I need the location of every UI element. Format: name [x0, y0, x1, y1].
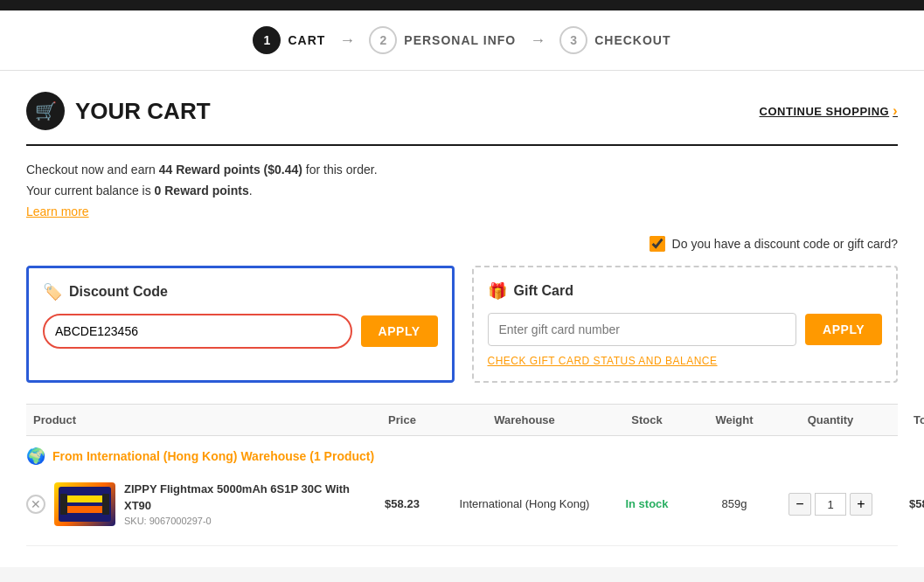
step-2-circle: 2	[369, 26, 397, 54]
product-stock: In stock	[603, 497, 691, 510]
reward-info: Checkout now and earn 44 Reward points (…	[26, 160, 898, 222]
gift-card-title-label: Gift Card	[514, 283, 573, 299]
arrow-1: →	[339, 31, 355, 50]
step-2[interactable]: 2 PERSONAL INFO	[369, 26, 516, 54]
reward-suffix: for this order.	[302, 163, 378, 177]
step-2-label: PERSONAL INFO	[404, 33, 516, 47]
discount-gift-toggle: Do you have a discount code or gift card…	[26, 236, 898, 252]
product-info: ✕ ZIPPY Flightmax 5000mAh 6S1P 30C With …	[26, 482, 358, 525]
steps-header: 1 CART → 2 PERSONAL INFO → 3 CHECKOUT	[0, 10, 924, 71]
step-3-label: CHECKOUT	[594, 33, 670, 47]
discount-title-label: Discount Code	[69, 284, 168, 300]
cart-table-header: Product Price Warehouse Stock Weight Qua…	[26, 404, 898, 436]
reward-prefix: Checkout now and earn	[26, 163, 159, 177]
product-name: ZIPPY Flightmax 5000mAh 6S1P 30C With XT…	[124, 482, 358, 513]
discount-gift-label[interactable]: Do you have a discount code or gift card…	[672, 237, 898, 251]
discount-input-row: APPLY	[43, 314, 438, 349]
step-1-circle: 1	[253, 26, 281, 54]
svg-rect-3	[60, 494, 67, 515]
col-stock: Stock	[603, 413, 691, 426]
gift-card-panel-title: 🎁 Gift Card	[488, 281, 883, 301]
svg-rect-4	[102, 494, 109, 515]
step-3[interactable]: 3 CHECKOUT	[559, 26, 670, 54]
col-product: Product	[26, 413, 358, 426]
globe-icon: 🌍	[26, 447, 45, 466]
col-total: Total	[883, 413, 924, 426]
main-content: 🛒 YOUR CART CONTINUE SHOPPING › Checkout…	[0, 71, 924, 567]
step-3-circle: 3	[559, 26, 587, 54]
remove-product-button[interactable]: ✕	[26, 495, 45, 514]
product-cell: ✕ ZIPPY Flightmax 5000mAh 6S1P 30C With …	[26, 482, 358, 525]
gift-card-panel: 🎁 Gift Card APPLY CHECK GIFT CARD STATUS…	[472, 266, 899, 383]
warehouse-group: 🌍 From International (Hong Kong) Warehou…	[26, 436, 898, 545]
product-warehouse: International (Hong Kong)	[446, 497, 603, 510]
cart-header: 🛒 YOUR CART CONTINUE SHOPPING ›	[26, 92, 898, 130]
gift-icon: 🎁	[488, 281, 507, 301]
step-1[interactable]: 1 CART	[253, 26, 325, 54]
product-details: ZIPPY Flightmax 5000mAh 6S1P 30C With XT…	[124, 482, 358, 525]
cart-title: 🛒 YOUR CART	[26, 92, 211, 130]
warehouse-title: 🌍 From International (Hong Kong) Warehou…	[26, 447, 898, 466]
product-quantity-cell: − 1 +	[778, 493, 883, 516]
product-sku: SKU: 9067000297-0	[124, 516, 358, 526]
discount-apply-button[interactable]: APPLY	[361, 315, 438, 347]
col-weight: Weight	[691, 413, 778, 426]
svg-rect-2	[63, 506, 107, 513]
gift-card-input[interactable]	[488, 313, 797, 346]
learn-more-link[interactable]: Learn more	[26, 204, 89, 218]
product-total: $58.23	[883, 497, 924, 510]
divider	[26, 144, 898, 146]
chevron-right-icon: ›	[893, 103, 898, 119]
discount-icon: 🏷️	[43, 282, 62, 301]
product-price: $58.23	[358, 497, 446, 510]
continue-shopping-link[interactable]: CONTINUE SHOPPING ›	[760, 103, 898, 119]
gift-card-input-row: APPLY	[488, 313, 883, 346]
gift-card-apply-button[interactable]: APPLY	[805, 314, 882, 345]
cart-icon: 🛒	[26, 92, 65, 130]
svg-rect-1	[63, 495, 107, 502]
discount-gift-checkbox[interactable]	[650, 236, 665, 252]
top-bar	[0, 0, 924, 10]
balance-value: 0 Reward points	[155, 184, 249, 197]
quantity-stepper: − 1 +	[778, 493, 883, 516]
quantity-decrease-button[interactable]: −	[789, 493, 811, 516]
arrow-2: →	[530, 31, 545, 50]
page-title: YOUR CART	[75, 98, 211, 125]
warehouse-title-label: From International (Hong Kong) Warehouse…	[52, 449, 374, 463]
balance-suffix: .	[249, 184, 253, 197]
step-1-label: CART	[288, 33, 325, 47]
col-price: Price	[358, 413, 446, 426]
col-warehouse: Warehouse	[446, 413, 603, 426]
product-image	[54, 482, 115, 526]
promo-panels: 🏷️ Discount Code APPLY 🎁 Gift Card APPLY…	[26, 266, 898, 383]
discount-panel-title: 🏷️ Discount Code	[43, 282, 438, 301]
continue-shopping-label: CONTINUE SHOPPING	[760, 105, 890, 118]
discount-panel: 🏷️ Discount Code APPLY	[26, 266, 455, 383]
quantity-value: 1	[815, 493, 846, 516]
table-row: ✕ ZIPPY Flightmax 5000mAh 6S1P 30C With …	[26, 473, 898, 534]
product-weight: 859g	[691, 497, 778, 510]
discount-input-wrapper	[43, 314, 352, 349]
reward-highlight: 44 Reward points ($0.44)	[159, 163, 302, 177]
discount-code-input[interactable]	[43, 314, 352, 349]
col-quantity: Quantity	[778, 413, 883, 426]
check-gift-card-link[interactable]: CHECK GIFT CARD STATUS AND BALANCE	[488, 355, 883, 367]
balance-prefix: Your current balance is	[26, 184, 155, 197]
quantity-increase-button[interactable]: +	[850, 493, 872, 516]
